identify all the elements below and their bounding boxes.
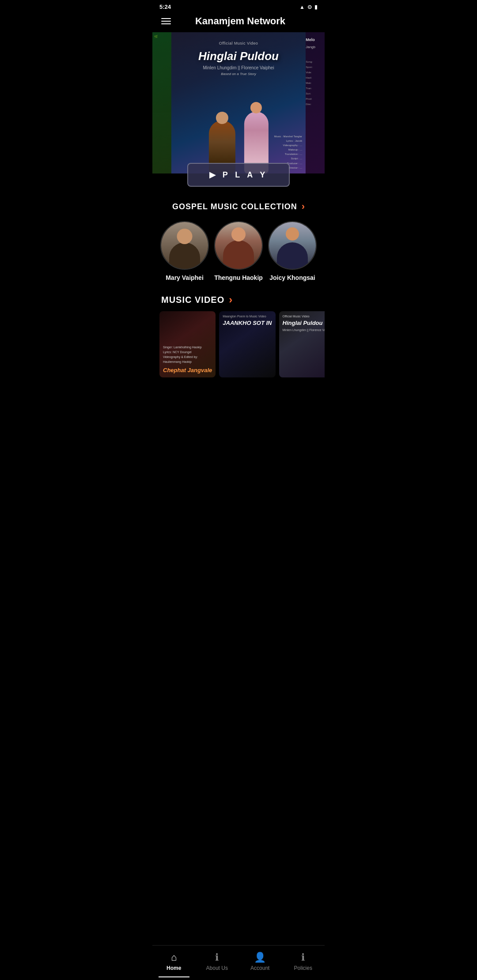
menu-button[interactable] [159,16,173,26]
battery-icon: ▮ [314,4,318,10]
status-icons: ▲ ⊙ ▮ [299,4,318,10]
hero-right-slide[interactable]: Melo Jangb Song:Spon:Vide:Haol:Mak:Tran:… [304,32,325,173]
app-header: Kanamjem Network [152,12,325,32]
music-video-arrow: › [229,294,232,306]
artist-name-joicy: Joicy Khongsai [269,274,315,281]
music-video-section-header[interactable]: MUSIC VIDEO › [152,290,325,311]
mv-2-label: Maanglon Poem lo Music Video [223,315,272,318]
hero-slide: 🌿 Official Music Video Hinglai Puldou Mi… [152,32,325,173]
artist-name-mary: Mary Vaiphei [166,274,204,281]
app-title: Kanamjem Network [176,15,304,27]
artist-item-joicy[interactable]: Joicy Khongsai [268,221,317,281]
left-slide-content: 🌿 [152,32,173,41]
gospel-section-header[interactable]: GOSPEL MUSIC COLLECTION › [152,194,325,218]
mv-3-label: Official Music Video [283,315,325,318]
mv-1-credits: Singer: Lamkholhing Haokip Lyrics: NCY D… [163,345,212,365]
mv-1-title: Chephat Jangvale [163,367,212,374]
mv-thumb-1[interactable]: Singer: Lamkholhing Haokip Lyrics: NCY D… [159,311,216,377]
artist-avatar-thengnu [214,221,263,270]
music-video-title: MUSIC VIDEO [161,295,224,305]
hero-left-slide[interactable]: 🌿 [152,32,173,173]
signal-icon: ▲ [299,4,305,10]
wifi-icon: ⊙ [307,4,312,10]
artist-name-thengnu: Thengnu Haokip [214,274,263,281]
hamburger-line [161,23,171,24]
artist-photo-joicy [269,222,316,269]
hero-label: Official Music Video [219,41,258,45]
artist-item-thengnu[interactable]: Thengnu Haokip [214,221,263,281]
mv-2-title: JAANKHO SOT IN [223,320,272,327]
hero-story-tag: Based on a True Story [221,72,256,76]
artist-photo-thengnu [215,222,262,269]
artist-photo-mary [161,222,208,269]
right-slide-text: Melo Jangb Song:Spon:Vide:Haol:Mak:Tran:… [304,32,325,111]
gospel-section-title: GOSPEL MUSIC COLLECTION [172,202,297,211]
artist-avatar-joicy [268,221,317,270]
status-bar: 5:24 ▲ ⊙ ▮ [152,0,325,12]
hero-main-slide[interactable]: Official Music Video Hinglai Puldou Minl… [171,32,306,173]
main-content: 🌿 Official Music Video Hinglai Puldou Mi… [152,32,325,413]
status-time: 5:24 [159,4,171,10]
play-label: P L A Y [223,170,268,180]
gospel-section-arrow: › [302,201,305,212]
artists-row: Mary Vaiphei Thengnu Haokip Joicy Khongs… [152,218,325,290]
play-button[interactable]: ▶ P L A Y [187,163,290,187]
hamburger-line [161,18,171,19]
play-icon: ▶ [209,170,218,180]
music-video-row: Singer: Lamkholhing Haokip Lyrics: NCY D… [152,311,325,377]
hamburger-line [161,21,171,22]
mv-thumb-2[interactable]: Maanglon Poem lo Music Video JAANKHO SOT… [219,311,275,377]
artist-avatar-mary [160,221,209,270]
play-button-container: ▶ P L A Y [152,163,325,194]
mv-3-title: Hinglai Puldou [283,320,325,327]
mv-3-subtitle: Minlen Lhungdim || Florence Vaiphei [283,328,325,332]
hero-carousel[interactable]: 🌿 Official Music Video Hinglai Puldou Mi… [152,32,325,173]
artist-item-mary[interactable]: Mary Vaiphei [160,221,209,281]
hero-title: Hinglai Puldou [198,50,279,63]
hero-subtitle: Minlen Lhungdim || Florence Vaiphei [203,65,274,70]
mv-thumb-3[interactable]: Official Music Video Hinglai Puldou Minl… [279,311,325,377]
